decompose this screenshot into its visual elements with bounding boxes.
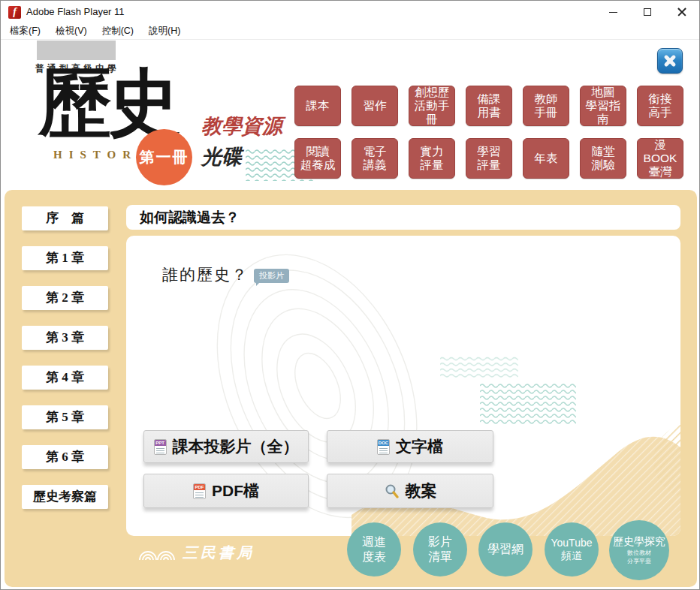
chapter-sidebar: 序 篇 第 1 章 第 2 章 第 3 章 第 4 章 第 5 章 第 6 章 … [22, 206, 108, 525]
history-inquiry-circle[interactable]: 歷史學探究 數位教材 分享平臺 [609, 520, 669, 580]
sidebar-item-chapter-4[interactable]: 第 4 章 [22, 366, 108, 390]
menu-view[interactable]: 檢視(V) [53, 24, 90, 38]
lesson-plan-button[interactable]: 教案 [327, 474, 493, 508]
resource-button-ability-test[interactable]: 實力 評量 [409, 138, 455, 179]
wave-decoration [440, 356, 518, 378]
hill-decoration [352, 393, 680, 536]
flash-app-icon: f [8, 6, 21, 19]
sidebar-item-chapter-2[interactable]: 第 2 章 [22, 286, 108, 310]
resource-button-e-lecture[interactable]: 電子 講義 [352, 138, 398, 179]
arches-icon [138, 545, 177, 561]
slides-all-button[interactable]: PPT 課本投影片（全） [143, 430, 309, 463]
maximize-icon [644, 8, 651, 16]
sidebar-item-chapter-3[interactable]: 第 3 章 [22, 326, 108, 350]
menu-help[interactable]: 說明(H) [146, 24, 183, 38]
publisher-name: 三民書局 [183, 543, 255, 563]
youtube-channel-circle[interactable]: YouTube 頻道 [545, 522, 599, 576]
ppt-file-icon: PPT [154, 439, 167, 455]
menu-control[interactable]: 控制(C) [99, 24, 137, 38]
title-bar: f Adobe Flash Player 11 [1, 1, 699, 23]
resource-button-workbook[interactable]: 習作 [352, 86, 398, 126]
sidebar-item-preface[interactable]: 序 篇 [22, 206, 108, 230]
resource-label-line1: 教學資源 [201, 113, 282, 140]
minimize-icon [609, 12, 617, 13]
close-icon [677, 7, 687, 17]
resource-button-timeline[interactable]: 年表 [523, 138, 569, 179]
file-button-label: 文字檔 [396, 436, 443, 457]
sidebar-item-chapter-1[interactable]: 第 1 章 [22, 246, 108, 270]
volume-badge: 第一冊 [136, 129, 192, 185]
topic-title: 誰的歷史？ [162, 264, 249, 285]
menu-bar: 檔案(F) 檢視(V) 控制(C) 說明(H) [1, 23, 699, 40]
learning-site-circle[interactable]: 學習網 [478, 522, 533, 576]
file-button-label: 課本投影片（全） [173, 436, 299, 457]
flash-player-window: f Adobe Flash Player 11 檔案(F) 檢視(V) 控制(C… [0, 0, 700, 590]
minimize-button[interactable] [596, 1, 630, 23]
slide-tag[interactable]: 投影片 [254, 269, 289, 283]
window-title: Adobe Flash Player 11 [26, 6, 125, 17]
resource-button-reading[interactable]: 閱讀 超養成 [294, 138, 341, 179]
main-content-area: 序 篇 第 1 章 第 2 章 第 3 章 第 4 章 第 5 章 第 6 章 … [5, 190, 697, 587]
section-title-bar: 如何認識過去？ [126, 205, 680, 230]
video-list-circle[interactable]: 影片 清單 [413, 522, 467, 576]
resource-button-bridge-master[interactable]: 銜接 高手 [637, 86, 683, 126]
content-panel: 誰的歷史？ 投影片 PPT 課本投影片（全） DOC 文字檔 PDF PDF檔 … [126, 236, 680, 536]
resource-button-map-guide[interactable]: 地圖 學習指南 [580, 86, 626, 126]
resource-button-grid: 課本 習作 創想歷 活動手冊 備課 用書 教師 手冊 地圖 學習指南 銜接 高手… [294, 86, 683, 179]
menu-file[interactable]: 檔案(F) [7, 24, 44, 38]
resource-button-textbook[interactable]: 課本 [294, 86, 341, 126]
text-file-button[interactable]: DOC 文字檔 [327, 430, 493, 463]
exit-content-button[interactable] [657, 48, 683, 74]
resource-button-learning-test[interactable]: 學習 評量 [466, 138, 512, 179]
resource-button-activity-book[interactable]: 創想歷 活動手冊 [409, 86, 455, 126]
resource-button-teacher-manual[interactable]: 教師 手冊 [523, 86, 569, 126]
resource-button-quiz[interactable]: 隨堂 測驗 [580, 138, 626, 179]
pdf-file-button[interactable]: PDF PDF檔 [143, 474, 309, 508]
file-button-label: 教案 [406, 480, 437, 501]
sidebar-item-field-study[interactable]: 歷史考察篇 [22, 485, 108, 509]
resource-button-comic-taiwan[interactable]: 漫BOOK 臺灣 [637, 138, 683, 179]
weekly-schedule-circle[interactable]: 週進 度表 [347, 522, 401, 576]
close-button[interactable] [665, 1, 699, 23]
sidebar-item-chapter-5[interactable]: 第 5 章 [22, 405, 108, 429]
publisher-logo: 三民書局 [138, 543, 255, 563]
magnifier-icon [384, 483, 400, 499]
sidebar-item-chapter-6[interactable]: 第 6 章 [22, 445, 108, 469]
resource-button-lesson-prep[interactable]: 備課 用書 [466, 86, 512, 126]
striped-circle-decoration [644, 416, 680, 506]
wave-decoration [480, 382, 576, 424]
window-controls [596, 1, 699, 23]
file-button-label: PDF檔 [212, 480, 259, 501]
publisher-logo-placeholder [37, 41, 116, 60]
maximize-button[interactable] [630, 1, 665, 23]
pdf-file-icon: PDF [193, 483, 206, 499]
doc-file-icon: DOC [377, 439, 390, 455]
resource-label-line2: 光碟 [201, 143, 242, 170]
